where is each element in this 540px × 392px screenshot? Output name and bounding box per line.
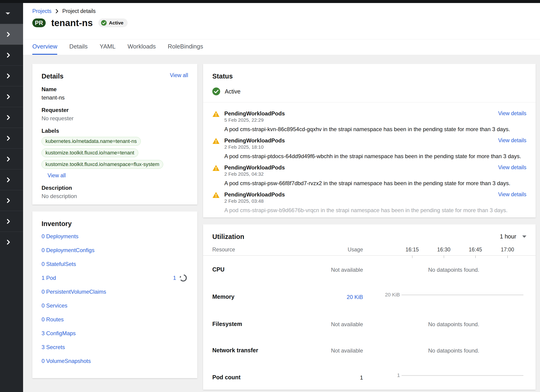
status-badge-label: Active bbox=[109, 20, 124, 26]
utilization-card: Utilization 1 hour Resource Usage 16:151… bbox=[203, 224, 536, 390]
breadcrumb: Projects Project details bbox=[32, 8, 96, 14]
field-label-labels: Labels bbox=[41, 128, 188, 134]
sidebar-item-7[interactable] bbox=[0, 148, 23, 169]
utilization-row-cpu: CPUNot availableNo datapoints found. bbox=[203, 264, 536, 275]
inventory-item: 0 PersistentVolumeClaims bbox=[41, 285, 188, 299]
project-status-label: Active bbox=[225, 88, 240, 95]
inventory-link[interactable]: 0 DeploymentConfigs bbox=[41, 247, 94, 253]
chevron-right-icon bbox=[5, 115, 11, 120]
pod-count-value[interactable]: 1 bbox=[173, 275, 176, 281]
view-details-link[interactable]: View details bbox=[498, 164, 526, 171]
column-header-usage: Usage bbox=[317, 246, 363, 253]
sparkline-label: 1 bbox=[397, 372, 400, 378]
main-area: Projects Project details PR tenant-ns Ac… bbox=[23, 3, 540, 392]
inventory-item: 0 Deployments bbox=[41, 230, 188, 243]
alert-item: PendingWorkloadPods2 Feb 2025, 04:32A po… bbox=[212, 164, 526, 186]
sidebar-item-2[interactable] bbox=[0, 45, 23, 65]
breadcrumb-projects-link[interactable]: Projects bbox=[32, 8, 51, 14]
inventory-list: 0 Deployments0 DeploymentConfigs0 Statef… bbox=[41, 230, 188, 368]
no-data-message: No datapoints found. bbox=[383, 267, 524, 273]
usage-value: 1 bbox=[317, 374, 363, 381]
sidebar-item-9[interactable] bbox=[0, 190, 23, 211]
inventory-item: 0 VolumeSnapshots bbox=[41, 354, 188, 368]
label-pill[interactable]: kustomize.toolkit.fluxcd.io/namespace=fl… bbox=[41, 160, 163, 169]
label-pill[interactable]: kustomize.toolkit.fluxcd.io/name=tenant bbox=[41, 148, 138, 157]
utilization-row-memory: Memory20 KiB20 KiB bbox=[203, 291, 536, 302]
time-tick-mark bbox=[444, 255, 444, 258]
inventory-item: 0 DeploymentConfigs bbox=[41, 243, 188, 257]
sidebar-item-4[interactable] bbox=[0, 86, 23, 107]
field-value-description: No description bbox=[41, 193, 188, 200]
inventory-link[interactable]: 0 Deployments bbox=[41, 233, 79, 240]
page-header: Projects Project details PR tenant-ns Ac… bbox=[23, 3, 540, 55]
tab-overview[interactable]: Overview bbox=[32, 43, 57, 55]
angle-right-icon bbox=[55, 9, 59, 13]
labels-view-all-link[interactable]: View all bbox=[48, 172, 66, 179]
utilization-row-pod-count: Pod count11 bbox=[203, 372, 536, 382]
sparkline bbox=[401, 375, 523, 376]
chevron-right-icon bbox=[5, 52, 11, 58]
time-range-dropdown[interactable]: 1 hour bbox=[500, 233, 526, 240]
check-circle-icon bbox=[212, 87, 220, 95]
inventory-item: 3 Secrets bbox=[41, 340, 188, 354]
usage-value: Not available bbox=[317, 267, 363, 273]
sidebar-item-0[interactable] bbox=[0, 3, 23, 24]
sidebar-item-1[interactable] bbox=[0, 24, 23, 45]
inventory-link[interactable]: 0 VolumeSnapshots bbox=[41, 358, 91, 364]
field-label-description: Description bbox=[41, 185, 188, 191]
labels-group: kubernetes.io/metadata.name=tenant-nskus… bbox=[41, 137, 188, 169]
time-tick-label: 17:00 bbox=[496, 246, 519, 253]
view-details-link[interactable]: View details bbox=[498, 110, 526, 117]
warning-triangle-icon bbox=[212, 165, 220, 171]
sidebar-item-5[interactable] bbox=[0, 107, 23, 128]
inventory-link[interactable]: 3 ConfigMaps bbox=[41, 330, 76, 337]
inventory-link[interactable]: 0 Services bbox=[41, 302, 67, 309]
chevron-right-icon bbox=[5, 177, 11, 183]
tab-details[interactable]: Details bbox=[69, 43, 87, 55]
alert-message: A pod cms-strapi-kvn-86c8954cd-gqxhv in … bbox=[224, 126, 526, 132]
inventory-item: 0 Routes bbox=[41, 313, 188, 327]
inventory-link[interactable]: 1 Pod bbox=[41, 275, 56, 281]
sidebar-item-8[interactable] bbox=[0, 169, 23, 190]
time-tick-mark bbox=[507, 255, 508, 258]
chevron-right-icon bbox=[5, 136, 11, 141]
inventory-card-title: Inventory bbox=[41, 220, 188, 228]
alert-message: A pod cms-strapi-psw-b9d6676b-vrqcn in t… bbox=[224, 207, 526, 214]
resource-name: CPU bbox=[212, 266, 225, 273]
inventory-link[interactable]: 0 Routes bbox=[41, 316, 64, 323]
alert-name: PendingWorkloadPods bbox=[224, 191, 526, 198]
inventory-link[interactable]: 3 Secrets bbox=[41, 344, 65, 351]
resource-name: Filesystem bbox=[212, 321, 242, 327]
sidebar-item-11[interactable] bbox=[0, 231, 23, 252]
inventory-link[interactable]: 0 StatefulSets bbox=[41, 261, 76, 267]
alert-timestamp: 2 Feb 2025, 04:32 bbox=[224, 171, 526, 177]
chevron-right-icon bbox=[5, 239, 11, 245]
resource-name: Memory bbox=[212, 293, 235, 300]
status-divider bbox=[203, 102, 536, 102]
status-badge: Active bbox=[98, 19, 128, 27]
view-details-link[interactable]: View details bbox=[498, 191, 526, 198]
utilization-row-filesystem: FilesystemNot availableNo datapoints fou… bbox=[203, 319, 536, 329]
inventory-link[interactable]: 0 PersistentVolumeClaims bbox=[41, 289, 106, 295]
alert-timestamp: 2 Feb 2025, 03:48 bbox=[224, 198, 526, 204]
sidebar-item-10[interactable] bbox=[0, 211, 23, 231]
inventory-card: Inventory 0 Deployments0 DeploymentConfi… bbox=[32, 211, 197, 378]
tab-yaml[interactable]: YAML bbox=[100, 43, 116, 55]
label-pill[interactable]: kubernetes.io/metadata.name=tenant-ns bbox=[41, 137, 141, 146]
view-details-link[interactable]: View details bbox=[498, 137, 526, 144]
sidebar-item-6[interactable] bbox=[0, 128, 23, 148]
chevron-right-icon bbox=[5, 156, 11, 162]
alert-timestamp: 5 Feb 2025, 22:29 bbox=[224, 117, 526, 123]
pod-status-summary: 1 bbox=[173, 274, 187, 282]
alert-name: PendingWorkloadPods bbox=[224, 110, 526, 117]
tab-rolebindings[interactable]: RoleBindings bbox=[168, 43, 203, 55]
tab-workloads[interactable]: Workloads bbox=[128, 43, 156, 55]
sidebar-item-3[interactable] bbox=[0, 65, 23, 86]
chevron-right-icon bbox=[5, 94, 11, 100]
alert-item: PendingWorkloadPods5 Feb 2025, 22:29A po… bbox=[212, 110, 526, 132]
details-view-all-link[interactable]: View all bbox=[170, 72, 188, 79]
usage-value-link[interactable]: 20 KiB bbox=[317, 294, 363, 300]
resource-name: Pod count bbox=[212, 374, 240, 381]
inventory-item: 3 ConfigMaps bbox=[41, 327, 188, 340]
breadcrumb-current: Project details bbox=[62, 8, 95, 14]
